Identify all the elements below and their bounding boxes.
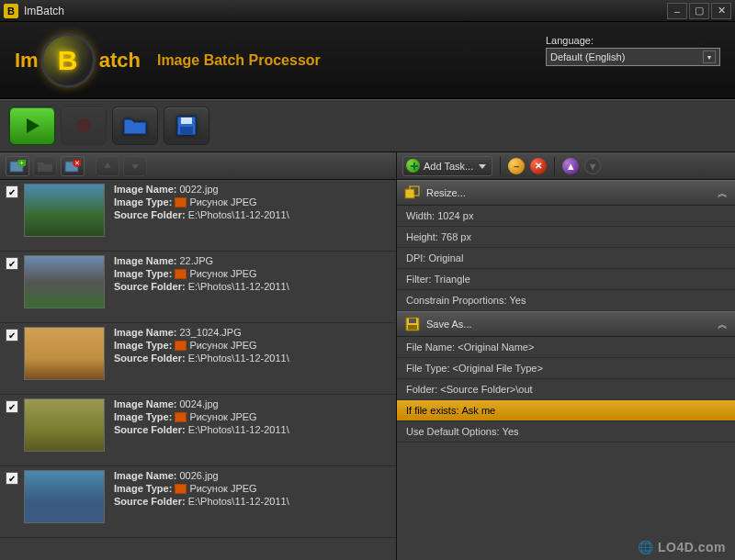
name-label: Image Name:: [114, 470, 176, 481]
task-param[interactable]: Width: 1024 px: [397, 206, 735, 227]
image-checkbox[interactable]: ✔: [6, 472, 18, 485]
clear-tasks-button[interactable]: ✕: [530, 158, 547, 174]
task-param[interactable]: File Name: <Original Name>: [397, 337, 735, 358]
saveas-title: Save As...: [426, 319, 472, 330]
image-thumbnail: [24, 255, 105, 308]
remove-task-button[interactable]: –: [508, 158, 525, 174]
window-title: ImBatch: [24, 5, 665, 17]
image-type: Рисунок JPEG: [189, 411, 256, 422]
task-param[interactable]: Constrain Proportions: Yes: [397, 290, 735, 311]
stop-button: [61, 106, 107, 145]
task-sections: Resize... ︽ Width: 1024 pxHeight: 768 px…: [397, 180, 735, 442]
task-param[interactable]: If file exists: Ask me: [397, 400, 735, 421]
param-label: Width:: [406, 210, 435, 221]
type-label: Image Type:: [114, 268, 172, 279]
param-value: <Original Name>: [458, 342, 534, 353]
jpeg-icon: [175, 269, 187, 279]
folder-label: Source Folder:: [114, 353, 186, 364]
image-toolbar: + ✕: [0, 152, 396, 180]
folder-label: Source Folder:: [114, 424, 186, 435]
image-meta: Image Name: 0024.jpg Image Type: Рисунок…: [114, 398, 390, 462]
collapse-icon: ︽: [718, 186, 728, 200]
task-param[interactable]: DPI: Original: [397, 248, 735, 269]
minimize-button[interactable]: –: [667, 3, 687, 19]
image-row[interactable]: ✔ Image Name: 0026.jpg Image Type: Рисун…: [0, 466, 396, 538]
language-label: Language:: [546, 35, 720, 46]
image-row[interactable]: ✔ Image Name: 23_1024.JPG Image Type: Ри…: [0, 323, 396, 395]
type-label: Image Type:: [114, 411, 172, 422]
name-label: Image Name:: [114, 184, 176, 195]
task-param[interactable]: Filter: Triangle: [397, 269, 735, 290]
image-row[interactable]: ✔ Image Name: 0022.jpg Image Type: Рисун…: [0, 180, 396, 252]
image-checkbox[interactable]: ✔: [6, 329, 18, 342]
svg-marker-0: [27, 118, 40, 133]
image-folder: E:\Photos\11-12-2011\: [188, 281, 289, 292]
param-label: If file exists:: [406, 405, 458, 416]
param-label: Constrain Proportions:: [406, 295, 506, 306]
param-value: 768 px: [441, 231, 471, 242]
image-name: 0026.jpg: [179, 470, 218, 481]
add-task-button[interactable]: Add Task...: [402, 156, 492, 176]
svg-rect-4: [180, 127, 193, 135]
resize-section-header[interactable]: Resize... ︽: [397, 180, 735, 206]
type-label: Image Type:: [114, 483, 172, 494]
image-folder: E:\Photos\11-12-2011\: [188, 496, 289, 507]
header-banner: Im B atch Image Batch Processor Language…: [0, 22, 735, 99]
image-name: 0024.jpg: [179, 398, 218, 409]
param-label: Folder:: [406, 384, 437, 395]
close-button[interactable]: ✕: [711, 3, 731, 19]
logo-circle: B: [40, 33, 96, 88]
image-checkbox[interactable]: ✔: [6, 257, 18, 270]
folder-label: Source Folder:: [114, 496, 186, 507]
image-checkbox[interactable]: ✔: [6, 185, 18, 198]
image-list[interactable]: ✔ Image Name: 0022.jpg Image Type: Рисун…: [0, 180, 396, 560]
open-folder-button[interactable]: [112, 106, 158, 145]
svg-rect-17: [409, 319, 416, 323]
saveas-section-header[interactable]: Save As... ︽: [397, 311, 735, 337]
image-name: 23_1024.JPG: [179, 327, 241, 338]
image-row[interactable]: ✔ Image Name: 22.JPG Image Type: Рисунок…: [0, 252, 396, 323]
image-folder: E:\Photos\11-12-2011\: [188, 424, 289, 435]
resize-title: Resize...: [426, 187, 466, 198]
language-selector: Language: Default (English) ▾: [546, 35, 720, 66]
logo: Im B atch Image Batch Processor: [15, 33, 321, 88]
jpeg-icon: [175, 484, 187, 494]
image-row[interactable]: ✔ Image Name: 0024.jpg Image Type: Рисун…: [0, 395, 396, 466]
image-checkbox[interactable]: ✔: [6, 400, 18, 413]
type-label: Image Type:: [114, 196, 172, 207]
svg-marker-11: [104, 162, 111, 168]
task-up-button[interactable]: ▲: [562, 158, 579, 174]
image-meta: Image Name: 22.JPG Image Type: Рисунок J…: [114, 255, 390, 319]
image-thumbnail: [24, 184, 105, 237]
svg-point-1: [76, 118, 91, 133]
title-bar: B ImBatch – ▢ ✕: [0, 0, 735, 22]
run-button[interactable]: [9, 106, 55, 145]
task-panel: Add Task... – ✕ ▲ ▼ Resize... ︽ Width: 1…: [397, 152, 735, 560]
image-meta: Image Name: 0022.jpg Image Type: Рисунок…: [114, 184, 390, 247]
image-name: 22.JPG: [179, 255, 213, 266]
svg-text:✕: ✕: [74, 160, 80, 166]
param-value: Yes: [510, 295, 526, 306]
task-param[interactable]: Height: 768 px: [397, 227, 735, 248]
param-label: File Name:: [406, 342, 455, 353]
logo-text-atch: atch: [99, 49, 141, 73]
maximize-button[interactable]: ▢: [689, 3, 709, 19]
jpeg-icon: [175, 341, 187, 351]
remove-image-button[interactable]: ✕: [61, 156, 85, 176]
task-param[interactable]: File Type: <Original File Type>: [397, 358, 735, 379]
save-button[interactable]: [164, 106, 209, 145]
plus-icon: [406, 159, 420, 173]
name-label: Image Name:: [114, 255, 176, 266]
image-meta: Image Name: 23_1024.JPG Image Type: Рису…: [114, 327, 390, 390]
param-label: Height:: [406, 231, 438, 242]
add-image-button[interactable]: +: [6, 156, 29, 176]
task-param[interactable]: Folder: <Source Folder>\out: [397, 379, 735, 400]
task-param[interactable]: Use Default Options: Yes: [397, 421, 735, 442]
svg-marker-13: [479, 164, 486, 169]
param-label: Filter:: [406, 274, 432, 285]
chevron-down-icon: ▾: [703, 50, 716, 63]
image-panel: + ✕ ✔ Image Name: 0022.jpg Image Type: Р…: [0, 152, 397, 560]
image-folder: E:\Photos\11-12-2011\: [188, 209, 289, 220]
language-dropdown[interactable]: Default (English) ▾: [546, 48, 720, 66]
param-value: 1024 px: [437, 210, 473, 221]
